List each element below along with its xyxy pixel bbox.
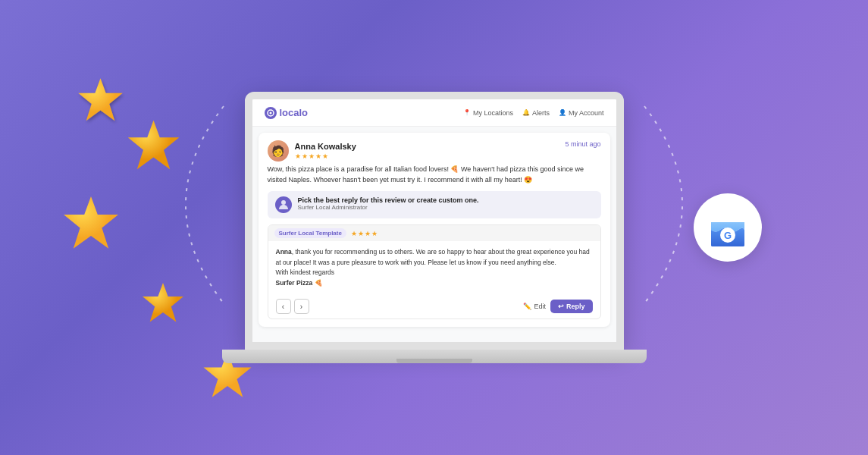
admin-prompt: Pick the best reply for this review or c… [298, 196, 479, 204]
template-badge: Surfer Local Template [274, 228, 346, 238]
svg-point-6 [269, 111, 271, 114]
tstar-3: ★ [365, 230, 371, 237]
reply-button[interactable]: ↩ Reply [550, 300, 593, 313]
reviewer-stars: ★ ★ ★ ★ ★ [295, 152, 356, 160]
logo: localo [265, 107, 309, 119]
avatar: 🧑 [268, 140, 289, 162]
scene: localo 📍 My Locations 🔔 Alerts 👤 [0, 0, 868, 455]
review-text: Wow, this pizza place is a paradise for … [268, 165, 601, 185]
star-decoration-1 [76, 76, 125, 128]
laptop-screen: localo 📍 My Locations 🔔 Alerts 👤 [245, 92, 624, 350]
tstar-4: ★ [371, 230, 378, 237]
google-badge: G [694, 193, 762, 262]
logo-icon [265, 107, 277, 119]
pencil-icon: ✏️ [523, 303, 531, 310]
admin-subtitle: Surfer Local Administrator [298, 204, 479, 211]
user-icon: 👤 [559, 109, 566, 116]
template-stars: ★ ★ ★ ★ [351, 230, 378, 237]
laptop-base [222, 350, 647, 363]
time-ago: 5 minut ago [565, 140, 600, 148]
reviewer-name: Anna Kowalsky [295, 142, 356, 151]
star-4: ★ [315, 152, 321, 160]
template-body: Anna, thank you for recommending us to o… [268, 241, 600, 294]
svg-marker-2 [64, 196, 118, 249]
nav-link-alerts[interactable]: 🔔 Alerts [522, 109, 550, 117]
google-store-svg: G [705, 207, 750, 249]
tstar-1: ★ [351, 230, 357, 237]
svg-marker-1 [128, 121, 180, 170]
svg-marker-0 [78, 78, 123, 121]
reviewer-info: Anna Kowalsky ★ ★ ★ ★ ★ [295, 142, 356, 160]
star-decoration-3 [61, 193, 121, 257]
svg-marker-3 [143, 283, 183, 322]
tstar-2: ★ [358, 230, 364, 237]
nav-arrows: ‹ › [276, 299, 309, 314]
review-card: 🧑 Anna Kowalsky ★ ★ ★ ★ ★ [259, 133, 610, 327]
prev-arrow-button[interactable]: ‹ [276, 299, 291, 314]
navbar: localo 📍 My Locations 🔔 Alerts 👤 [252, 99, 616, 127]
alert-icon: 🔔 [522, 109, 530, 116]
reviewer-header: 🧑 Anna Kowalsky ★ ★ ★ ★ ★ [268, 140, 601, 162]
logo-text: localo [280, 107, 309, 118]
template-highlight: Anna [276, 248, 292, 256]
star-2: ★ [302, 152, 308, 160]
star-3: ★ [309, 152, 315, 160]
template-closing: With kindest regards [276, 268, 334, 276]
star-decoration-4 [140, 281, 186, 329]
admin-avatar [275, 196, 292, 213]
nav-links: 📍 My Locations 🔔 Alerts 👤 My Account [463, 109, 604, 117]
edit-button[interactable]: ✏️ Edit [523, 303, 546, 310]
template-header: Surfer Local Template ★ ★ ★ ★ [268, 225, 600, 241]
screen-content: localo 📍 My Locations 🔔 Alerts 👤 [252, 99, 616, 342]
template-footer: ‹ › ✏️ Edit ↩ Reply [268, 294, 600, 318]
laptop-wrapper: localo 📍 My Locations 🔔 Alerts 👤 [222, 92, 647, 363]
template-box: Surfer Local Template ★ ★ ★ ★ Anna, than… [268, 224, 601, 319]
star-1: ★ [295, 152, 301, 160]
reply-icon: ↩ [558, 303, 564, 310]
next-arrow-button[interactable]: › [294, 299, 309, 314]
template-body-text: , thank you for recommending us to other… [276, 248, 590, 266]
location-icon: 📍 [463, 109, 471, 116]
svg-text:G: G [724, 230, 732, 241]
admin-suggestion-bar: Pick the best reply for this review or c… [268, 191, 601, 218]
nav-link-account[interactable]: 👤 My Account [559, 109, 604, 117]
template-signature: Surfer Pizza 🍕 [276, 279, 323, 287]
reviewer-left: 🧑 Anna Kowalsky ★ ★ ★ ★ ★ [268, 140, 356, 162]
admin-text: Pick the best reply for this review or c… [298, 196, 479, 211]
svg-point-7 [281, 200, 286, 205]
nav-link-locations[interactable]: 📍 My Locations [463, 109, 513, 117]
star-decoration-2 [125, 118, 182, 177]
star-5: ★ [322, 152, 328, 160]
action-buttons: ✏️ Edit ↩ Reply [523, 300, 592, 313]
